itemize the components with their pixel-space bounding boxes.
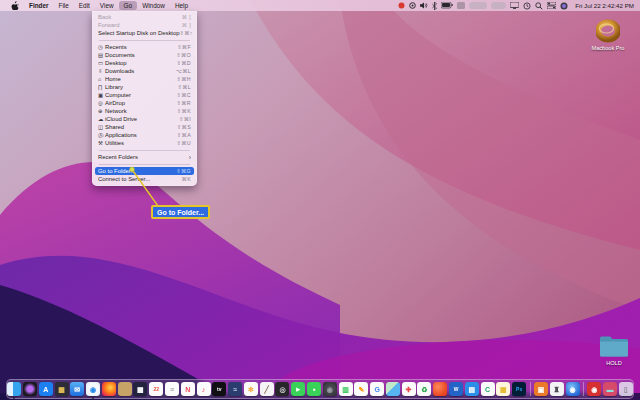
dock-app-messages-icon[interactable]: ●	[307, 382, 321, 396]
dock-app-pages-icon[interactable]: ✎	[354, 382, 368, 396]
apple-menu-icon[interactable]	[6, 0, 24, 12]
dock-app-calendar-icon[interactable]: 22	[149, 382, 163, 396]
dock-app-mail-icon[interactable]: ✉	[70, 382, 84, 396]
recents-icon: ◷	[98, 43, 105, 51]
dock-app-firefox-icon[interactable]	[102, 382, 116, 396]
dock-app-trash-icon[interactable]: ▯	[619, 382, 633, 396]
menu-item-shortcut: ⇧⌘L	[177, 84, 191, 90]
volume-icon[interactable]	[420, 1, 428, 10]
menu-item-label: Applications	[105, 132, 137, 138]
dock-app-tan-app-icon[interactable]	[118, 382, 132, 396]
dock-app-tv-icon[interactable]: tv	[212, 382, 226, 396]
menu-item-recents[interactable]: ◷Recents⇧⌘F	[95, 43, 194, 51]
dock-app-screen-app-icon[interactable]: ▬	[603, 382, 617, 396]
input-source-icon[interactable]	[457, 1, 465, 10]
control-center-icon[interactable]	[547, 1, 556, 10]
menubar-item-help[interactable]: Help	[170, 1, 193, 10]
display-icon[interactable]	[510, 1, 519, 10]
dock-app-green-c-app-icon[interactable]: C	[481, 382, 495, 396]
dock-app-facetime-icon[interactable]: ▶	[291, 382, 305, 396]
menubar-item-file[interactable]: File	[54, 1, 74, 10]
downloads-icon: ⇩	[98, 67, 105, 75]
menu-item-shared[interactable]: ◫Shared⇧⌘S	[95, 123, 194, 131]
menu-item-shortcut: ⌘K	[182, 176, 191, 182]
menu-item-select-startup-disk-on-desktop[interactable]: Select Startup Disk on Desktop⇧⌘↑	[95, 29, 194, 37]
menu-item-label: Back	[98, 14, 111, 20]
menu-item-connect-to-server[interactable]: Connect to Server...⌘K	[95, 175, 194, 183]
dock-app-yellow-grid-app-icon[interactable]: ▦	[496, 382, 510, 396]
battery-icon[interactable]	[441, 1, 453, 10]
menu-item-airdrop[interactable]: ◎AirDrop⇧⌘R	[95, 99, 194, 107]
menu-item-library[interactable]: ∏Library⇧⌘L	[95, 83, 194, 91]
menu-item-label: Library	[105, 84, 123, 90]
dock-app-blue-sphere-app-icon[interactable]: ◉	[566, 382, 580, 396]
menubar-item-go[interactable]: Go	[119, 1, 138, 10]
menu-item-go-to-folder[interactable]: Go to Folder...⇧⌘G	[95, 167, 194, 175]
menu-item-icloud-drive[interactable]: ☁iCloud Drive⇧⌘I	[95, 115, 194, 123]
dock-app-safari-icon[interactable]: ◉	[86, 382, 100, 396]
siri-icon[interactable]	[560, 1, 568, 10]
menu-item-network[interactable]: ⊕Network⇧⌘K	[95, 107, 194, 115]
menu-item-shortcut: ⇧⌘O	[176, 52, 191, 58]
running-indicator-dot	[92, 397, 94, 399]
stripes-app-glyph: ≈	[233, 386, 237, 393]
dock-app-google-chrome-icon[interactable]: G	[370, 382, 384, 396]
dock-app-photoshop-icon[interactable]: Ps	[512, 382, 526, 396]
menubar-clock[interactable]: Fri Jul 22 2:42:42 PM	[575, 2, 634, 9]
menubar-item-edit[interactable]: Edit	[74, 1, 95, 10]
dock-app-news-icon[interactable]: N	[181, 382, 195, 396]
dock-app-stripes-app-icon[interactable]: ≈	[228, 382, 242, 396]
dock-app-app-store-icon[interactable]: A	[39, 382, 53, 396]
dock-app-camera-app-icon[interactable]: ◉	[587, 382, 601, 396]
menu-item-home[interactable]: ⌂Home⇧⌘H	[95, 75, 194, 83]
menu-item-utilities[interactable]: ⚒Utilities⇧⌘U	[95, 139, 194, 147]
dock-app-blue-doc-app-icon[interactable]: ▤	[465, 382, 479, 396]
camera-app-glyph: ◉	[591, 386, 597, 393]
menu-item-computer[interactable]: ▣Computer⇧⌘C	[95, 91, 194, 99]
dock-app-siri-icon[interactable]	[23, 382, 37, 396]
menu-item-label: iCloud Drive	[105, 116, 137, 122]
menu-item-label: Documents	[105, 52, 135, 58]
menu-item-documents[interactable]: ▤Documents⇧⌘O	[95, 51, 194, 59]
dock-app-lens-app-icon[interactable]: ◎	[275, 382, 289, 396]
bluetooth-icon[interactable]	[432, 1, 437, 10]
dock-app-hat-app-icon[interactable]: ♜	[550, 382, 564, 396]
dock-app-finder-icon[interactable]	[7, 382, 21, 396]
menu-item-applications[interactable]: ⒶApplications⇧⌘A	[95, 131, 194, 139]
dock-app-music-icon[interactable]: ♪	[197, 382, 211, 396]
location-icon[interactable]	[409, 1, 416, 10]
dock-app-orange-grid-app-icon[interactable]: ▣	[534, 382, 548, 396]
menu-item-recent-folders[interactable]: Recent Folders›	[95, 153, 194, 161]
menu-item-label: Downloads	[105, 68, 134, 74]
dock-app-dark-grid-app-icon[interactable]: ▦	[133, 382, 147, 396]
dock-app-sphere-app-icon[interactable]	[433, 382, 447, 396]
menubar-item-window[interactable]: Window	[137, 1, 170, 10]
dock-app-knob-app-icon[interactable]: ◉	[323, 382, 337, 396]
dock-app-reminders-icon[interactable]: ≡	[165, 382, 179, 396]
dock-app-photos-icon[interactable]: ✻	[244, 382, 258, 396]
menu-item-shortcut: ⇧⌘F	[177, 44, 191, 50]
dock-app-launchpad-icon[interactable]: ▦	[55, 382, 69, 396]
dock-app-first-aid-app-icon[interactable]: ✚	[402, 382, 416, 396]
menu-item-label: Select Startup Disk on Desktop	[98, 30, 180, 36]
dock-app-word-icon[interactable]: W	[449, 382, 463, 396]
hat-app-glyph: ♜	[554, 386, 560, 393]
dock-app-swirl-app-icon[interactable]: ♻	[417, 382, 431, 396]
dock-app-maps-icon[interactable]	[386, 382, 400, 396]
spotlight-icon[interactable]	[535, 1, 543, 10]
blue-doc-app-glyph: ▤	[469, 386, 476, 393]
dock-app-numbers-icon[interactable]: ▥	[339, 382, 353, 396]
menubar-app-name[interactable]: Finder	[24, 1, 54, 10]
orange-grid-app-glyph: ▣	[538, 386, 545, 393]
hold-folder-icon[interactable]: HOLD	[592, 334, 636, 366]
menu-item-shortcut: ⇧⌘K	[177, 108, 191, 114]
macbook-pro-drive-icon[interactable]: Macbook Pro	[585, 19, 631, 51]
menu-item-downloads[interactable]: ⇩Downloads⌥⌘L	[95, 67, 194, 75]
time-machine-icon[interactable]	[523, 1, 531, 10]
menu-item-desktop[interactable]: ▭Desktop⇧⌘D	[95, 59, 194, 67]
app-recording-icon[interactable]	[398, 1, 405, 10]
menubar-item-view[interactable]: View	[95, 1, 119, 10]
menu-item-forward: Forward⌘ ]	[95, 21, 194, 29]
dock-app-pencil-app-icon[interactable]: ╱	[260, 382, 274, 396]
documents-icon: ▤	[98, 51, 105, 59]
